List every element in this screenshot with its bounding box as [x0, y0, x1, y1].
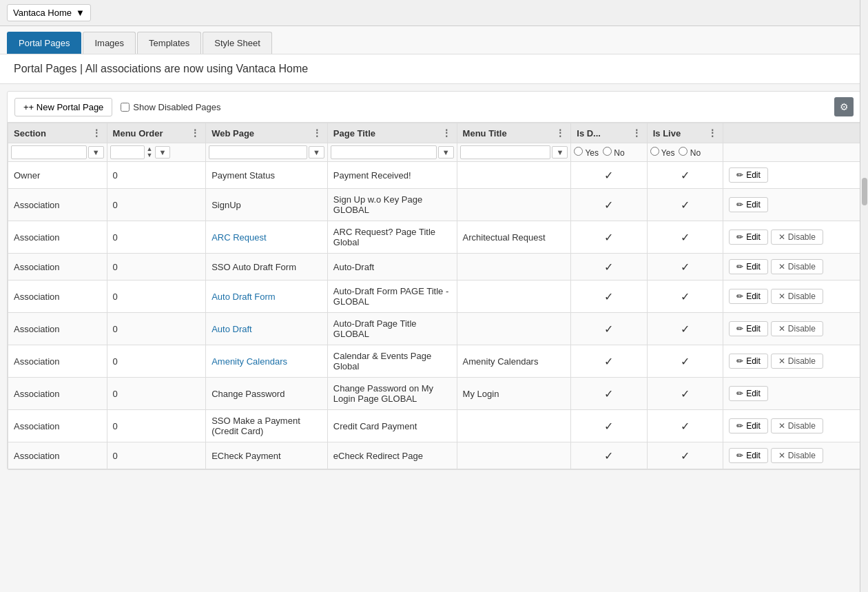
- edit-button[interactable]: ✏ Edit: [729, 448, 768, 463]
- is-live-no-label[interactable]: No: [679, 147, 701, 158]
- edit-button[interactable]: ✏ Edit: [729, 229, 768, 245]
- cell-menu-title: [457, 189, 571, 221]
- edit-button[interactable]: ✏ Edit: [729, 321, 768, 336]
- sort-desc-button[interactable]: ▼: [146, 152, 154, 159]
- cell-web-page: Auto Draft Form: [206, 280, 328, 313]
- web-page-filter-input[interactable]: [209, 145, 307, 159]
- cell-is-live: ✓: [647, 162, 723, 189]
- scrollbar-right[interactable]: [860, 0, 868, 477]
- edit-label: Edit: [746, 292, 761, 301]
- cell-page-title: Auto-Draft: [327, 254, 457, 280]
- checkmark-icon: ✓: [604, 199, 613, 211]
- scroll-thumb[interactable]: [862, 178, 867, 205]
- edit-button[interactable]: ✏ Edit: [729, 386, 768, 401]
- edit-button[interactable]: ✏ Edit: [729, 418, 768, 433]
- pencil-icon: ✏: [736, 232, 743, 242]
- disable-button[interactable]: ✕ Disable: [771, 354, 823, 369]
- table-row: Association 0 SignUp Sign Up w.o Key Pag…: [8, 189, 860, 221]
- web-page-filter-button[interactable]: ▼: [309, 146, 324, 159]
- menu-order-col-menu[interactable]: ⋮: [190, 127, 200, 139]
- vantaca-home-dropdown[interactable]: Vantaca Home ▼: [7, 4, 91, 21]
- edit-button[interactable]: ✏ Edit: [729, 197, 768, 212]
- page-title-filter-button[interactable]: ▼: [438, 146, 454, 159]
- menu-order-filter-input[interactable]: [110, 145, 145, 159]
- edit-button[interactable]: ✏ Edit: [729, 167, 768, 183]
- cell-is-live: ✓: [647, 313, 723, 345]
- edit-label: Edit: [746, 389, 761, 398]
- filter-is-live: Yes No: [647, 143, 723, 162]
- col-is-disabled: Is D... ⋮: [571, 123, 647, 143]
- new-portal-page-button[interactable]: + + New Portal Page: [14, 98, 112, 116]
- disable-button[interactable]: ✕ Disable: [771, 259, 823, 274]
- is-disabled-no-radio[interactable]: [603, 147, 612, 156]
- cell-page-title: ARC Request? Page Title Global: [327, 221, 457, 254]
- gear-button[interactable]: ⚙: [834, 97, 854, 116]
- tab-style-sheet[interactable]: Style Sheet: [203, 32, 272, 54]
- toolbar: + + New Portal Page Show Disabled Pages …: [8, 92, 860, 123]
- edit-label: Edit: [746, 421, 761, 431]
- disable-button[interactable]: ✕ Disable: [771, 289, 823, 304]
- web-page-link[interactable]: Auto Draft: [211, 324, 252, 334]
- show-disabled-label[interactable]: Show Disabled Pages: [121, 102, 220, 112]
- is-live-yes-radio[interactable]: [650, 147, 659, 156]
- is-disabled-col-menu[interactable]: ⋮: [632, 127, 641, 139]
- cell-menu-order: 0: [107, 189, 206, 221]
- disable-button[interactable]: ✕ Disable: [771, 448, 823, 463]
- page-title-filter-input[interactable]: [331, 145, 437, 159]
- page-title: Portal Pages | All associations are now …: [14, 63, 854, 75]
- cell-menu-title: [457, 410, 571, 442]
- web-page-link[interactable]: ARC Request: [211, 232, 266, 243]
- cell-web-page: ECheck Payment: [206, 442, 328, 469]
- disable-label: Disable: [788, 262, 816, 272]
- checkmark-icon: ✓: [681, 388, 690, 400]
- cell-page-title: Credit Card Payment: [327, 410, 457, 442]
- cell-is-disabled: ✓: [571, 189, 647, 221]
- edit-button[interactable]: ✏ Edit: [729, 354, 768, 369]
- is-disabled-yes-radio[interactable]: [574, 147, 583, 156]
- filter-menu-order: ▲ ▼ ▼: [107, 143, 206, 162]
- tab-images[interactable]: Images: [83, 32, 136, 54]
- tab-portal-pages[interactable]: Portal Pages: [7, 32, 81, 54]
- cell-is-live: ✓: [647, 442, 723, 469]
- menu-title-filter-input[interactable]: [460, 145, 551, 159]
- cell-menu-title: [457, 313, 571, 345]
- edit-button[interactable]: ✏ Edit: [729, 289, 768, 304]
- page-header: Portal Pages | All associations are now …: [0, 54, 868, 84]
- show-disabled-checkbox[interactable]: [121, 103, 130, 112]
- is-live-no-radio[interactable]: [679, 147, 688, 156]
- cell-section: Association: [8, 221, 107, 254]
- filter-row: ▼ ▲ ▼ ▼: [8, 143, 860, 162]
- cell-page-title: Change Password on My Login Page GLOBAL: [327, 378, 457, 410]
- disable-button[interactable]: ✕ Disable: [771, 418, 823, 433]
- is-disabled-yes-label[interactable]: Yes: [574, 147, 599, 158]
- checkmark-icon: ✓: [681, 323, 690, 335]
- cell-is-live: ✓: [647, 221, 723, 254]
- edit-button[interactable]: ✏ Edit: [729, 259, 768, 274]
- cell-section: Association: [8, 378, 107, 410]
- menu-order-filter-button[interactable]: ▼: [155, 146, 171, 159]
- cell-actions: ✏ Edit: [723, 162, 860, 189]
- web-page-link[interactable]: Amenity Calendars: [211, 356, 287, 367]
- is-disabled-no-label[interactable]: No: [603, 147, 625, 158]
- web-page-col-menu[interactable]: ⋮: [312, 127, 322, 139]
- x-icon: ✕: [778, 324, 785, 334]
- section-filter-button[interactable]: ▼: [88, 146, 104, 159]
- disable-button[interactable]: ✕ Disable: [771, 229, 823, 245]
- table-header-row: Section ⋮ Menu Order ⋮ W: [8, 123, 860, 143]
- cell-menu-order: 0: [107, 280, 206, 313]
- section-filter-input[interactable]: [11, 145, 87, 159]
- web-page-link[interactable]: Auto Draft Form: [211, 292, 275, 302]
- cell-menu-order: 0: [107, 378, 206, 410]
- page-title-col-menu[interactable]: ⋮: [442, 127, 451, 139]
- is-live-yes-label[interactable]: Yes: [650, 147, 675, 158]
- is-live-col-menu[interactable]: ⋮: [707, 127, 717, 139]
- cell-web-page: SSO Make a Payment (Credit Card): [206, 410, 328, 442]
- menu-title-filter-button[interactable]: ▼: [552, 146, 568, 159]
- table-row: Association 0 Change Password Change Pas…: [8, 378, 860, 410]
- disable-button[interactable]: ✕ Disable: [771, 321, 823, 336]
- checkmark-icon: ✓: [681, 261, 690, 273]
- tab-templates[interactable]: Templates: [137, 32, 201, 54]
- menu-title-col-menu[interactable]: ⋮: [555, 127, 565, 139]
- section-col-menu[interactable]: ⋮: [92, 127, 101, 139]
- cell-actions: ✏ Edit ✕ Disable: [723, 221, 860, 254]
